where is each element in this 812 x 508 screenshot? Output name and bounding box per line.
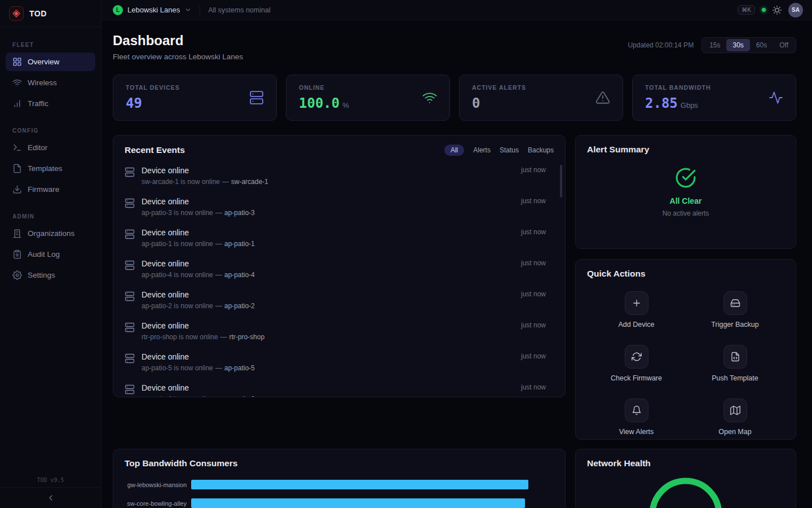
wifi-icon (422, 90, 437, 105)
event-time: just now (521, 228, 546, 236)
events-filter-tabs: All Alerts Status Backups (444, 144, 554, 156)
gear-icon (12, 270, 22, 280)
stat-unit: % (342, 101, 349, 110)
bandwidth-bar (191, 480, 528, 489)
collapse-sidebar-button[interactable] (0, 487, 101, 508)
event-row[interactable]: Device online ap-patio-3 is now online—a… (125, 191, 554, 222)
terminal-icon (12, 143, 22, 152)
sidebar-item-overview[interactable]: Overview (6, 52, 95, 71)
sidebar-item-audit-log[interactable]: Audit Log (6, 245, 95, 264)
action-label: Open Map (718, 428, 751, 436)
tab-alerts[interactable]: Alerts (473, 146, 491, 154)
org-name: Lebowski Lanes (127, 6, 180, 14)
events-scrollbar[interactable] (560, 165, 562, 198)
action-add-device[interactable]: Add Device (587, 282, 686, 336)
sidebar-item-editor[interactable]: Editor (6, 138, 95, 157)
sidebar-item-wireless[interactable]: Wireless (6, 73, 95, 92)
action-view-alerts[interactable]: View Alerts (587, 389, 686, 443)
event-device: rtr-pro-shop (229, 333, 264, 341)
plus-icon (632, 298, 642, 308)
event-separator: — (220, 333, 227, 341)
alert-status: All Clear (670, 196, 702, 205)
tab-backups[interactable]: Backups (528, 146, 554, 154)
sidebar-item-organizations[interactable]: Organizations (6, 224, 95, 243)
refresh-option-30s[interactable]: 30s (726, 39, 749, 51)
event-row[interactable]: Device online ap-patio-5 is now online—a… (125, 347, 554, 378)
updated-timestamp: Updated 02:00:14 PM (628, 41, 694, 49)
command-palette-shortcut[interactable]: ⌘K (738, 5, 755, 15)
action-push-template[interactable]: Push Template (686, 336, 784, 389)
tab-all[interactable]: All (444, 144, 464, 156)
page-header: Dashboard Fleet overview across Lebowski… (113, 33, 796, 61)
sidebar-item-label: Firmware (28, 185, 59, 194)
event-row[interactable]: Device online sw-arcade-1 is now online—… (125, 160, 554, 191)
system-status: All systems nominal (208, 6, 270, 14)
sidebar-item-settings[interactable]: Settings (6, 266, 95, 284)
event-row[interactable]: Device online ap-patio-4 is now online—a… (125, 253, 554, 284)
server-icon (125, 198, 135, 208)
tab-status[interactable]: Status (500, 146, 519, 154)
action-label: View Alerts (619, 428, 654, 436)
org-selector[interactable]: L Lebowski Lanes (113, 5, 192, 15)
event-title: Device online (142, 259, 255, 268)
event-separator: — (215, 395, 222, 397)
event-device: ap-patio-6 (224, 395, 255, 397)
event-detail: rtr-pro-shop is now online (142, 333, 218, 341)
wifi-icon (12, 78, 22, 87)
clipboard-icon (12, 249, 22, 259)
refresh-option-60s[interactable]: 60s (750, 39, 773, 51)
topbar-actions: ⌘K SA (738, 3, 803, 17)
sidebar-item-firmware[interactable]: Firmware (6, 180, 95, 199)
event-row[interactable]: Device online ap-patio-6 is now online—a… (125, 378, 554, 397)
file-icon (12, 164, 22, 173)
sidebar-item-label: Overview (28, 58, 59, 66)
event-device: ap-patio-1 (224, 240, 255, 248)
action-label: Push Template (712, 374, 758, 382)
event-device: sw-arcade-1 (231, 178, 268, 186)
event-separator: — (215, 240, 222, 248)
action-check-firmware[interactable]: Check Firmware (587, 336, 686, 389)
stat-label: ACTIVE ALERTS (472, 84, 526, 91)
stat-value: 49 (126, 95, 142, 111)
topbar-divider (200, 6, 200, 15)
event-device: ap-patio-5 (224, 364, 255, 372)
event-separator: — (215, 271, 222, 279)
event-time: just now (521, 290, 546, 298)
sidebar: TOD FLEET Overview Wireless Traffic CONF… (0, 0, 102, 508)
refresh-option-15s[interactable]: 15s (703, 39, 726, 51)
bandwidth-device-label: gw-lebowski-mansion (125, 481, 191, 488)
theme-toggle-button[interactable] (773, 6, 782, 15)
sidebar-item-traffic[interactable]: Traffic (6, 94, 95, 113)
network-health-title: Network Health (587, 458, 784, 468)
recent-events-title: Recent Events (125, 145, 185, 155)
building-icon (12, 229, 22, 238)
event-row[interactable]: Device online rtr-pro-shop is now online… (125, 316, 554, 347)
bell-icon (632, 405, 642, 415)
health-gauge: 100 (647, 476, 724, 508)
action-trigger-backup[interactable]: Trigger Backup (686, 282, 784, 336)
user-avatar[interactable]: SA (788, 3, 803, 17)
action-open-map[interactable]: Open Map (686, 389, 784, 443)
sidebar-item-templates[interactable]: Templates (6, 159, 95, 178)
event-time: just now (521, 166, 546, 174)
event-title: Device online (142, 228, 255, 237)
server-icon (125, 167, 135, 177)
event-detail: ap-patio-2 is now online (142, 302, 213, 310)
event-separator: — (215, 302, 222, 310)
event-separator: — (222, 178, 229, 186)
app-logo: TOD (0, 0, 101, 27)
refresh-option-off[interactable]: Off (773, 39, 795, 51)
alert-triangle-icon (595, 90, 610, 105)
event-row[interactable]: Device online ap-patio-1 is now online—a… (125, 222, 554, 253)
sidebar-item-label: Audit Log (28, 250, 60, 259)
map-icon (730, 405, 740, 415)
health-status-dot (762, 8, 766, 12)
app-root: TOD FLEET Overview Wireless Traffic CONF… (0, 0, 812, 508)
sidebar-item-label: Organizations (28, 229, 74, 238)
alert-detail: No active alerts (663, 209, 709, 217)
event-title: Device online (142, 383, 255, 392)
event-row[interactable]: Device online ap-patio-2 is now online—a… (125, 284, 554, 316)
bandwidth-row: sw-core-bowling-alley (125, 498, 554, 508)
event-time: just now (521, 383, 546, 391)
refresh-icon (632, 352, 642, 362)
